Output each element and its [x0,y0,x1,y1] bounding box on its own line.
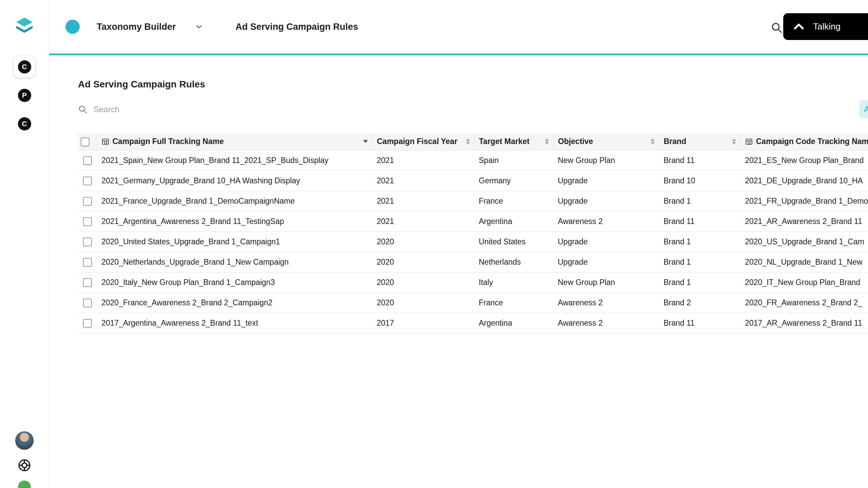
sort-icon[interactable] [545,139,549,144]
top-header: Taxonomy Builder Ad Serving Campaign Rul… [49,0,868,55]
row-checkbox[interactable] [83,197,92,206]
table-icon [102,138,109,145]
cell-campaign-code-tracking-name: 2017_AR_Awareness 2_Brand 11 [740,313,868,333]
sidebar: C P C [0,0,49,488]
c-circle-icon: C [18,60,31,74]
row-checkbox-cell [78,170,97,191]
column-label: Campaign Fiscal Year [377,137,457,146]
cell-campaign-code-tracking-name: 2020_NL_Upgrade_Brand 1_New [740,252,868,272]
content-title: Ad Serving Campaign Rules [78,79,868,90]
sort-icon[interactable] [466,139,470,144]
column-label: Brand [664,137,686,146]
cell-campaign-full-tracking-name: 2020_United States_Upgrade_Brand 1_Campa… [97,231,372,252]
sidebar-item-campaign-rules[interactable]: C [14,56,35,77]
cell-brand: Brand 2 [659,292,740,313]
cell-campaign-full-tracking-name: 2020_Netherlands_Upgrade_Brand 1_New Cam… [97,252,372,272]
row-checkbox-cell [78,150,97,170]
cell-campaign-fiscal-year: 2021 [372,150,474,170]
support-icon[interactable] [17,458,32,472]
cell-campaign-fiscal-year: 2017 [372,313,474,333]
app-logo[interactable] [15,16,34,37]
cell-objective: Awareness 2 [553,292,659,313]
workspace-dot-icon [65,20,80,34]
sidebar-item-c2[interactable]: C [14,113,35,134]
c-circle-icon: C [18,117,31,130]
cell-campaign-fiscal-year: 2021 [372,170,474,191]
search-input[interactable] [94,105,236,114]
cell-campaign-fiscal-year: 2020 [372,231,474,252]
table-search-row: Add [78,102,868,117]
cell-campaign-fiscal-year: 2020 [372,292,474,313]
cell-campaign-fiscal-year: 2020 [372,252,474,272]
cell-objective: Upgrade [553,252,659,272]
cell-campaign-code-tracking-name: 2020_FR_Awareness 2_Brand 2_ [740,292,868,313]
sidebar-item-p[interactable]: P [14,85,35,106]
cell-brand: Brand 1 [659,231,740,252]
cell-objective: Upgrade [553,191,659,211]
cell-campaign-full-tracking-name: 2017_Argentina_Awareness 2_Brand 11_text [97,313,372,333]
user-avatar[interactable] [15,431,34,450]
cell-campaign-code-tracking-name: 2021_FR_Upgrade_Brand 1_Demo [740,191,868,211]
column-header-campaign-fiscal-year[interactable]: Campaign Fiscal Year [372,133,474,150]
column-header-brand[interactable]: Brand [659,133,740,150]
cell-brand: Brand 1 [659,272,740,292]
sort-icon[interactable] [651,139,655,144]
table-body: 2021_Spain_New Group Plan_Brand 11_2021_… [78,150,868,333]
talking-button[interactable]: Talking [783,13,868,40]
row-checkbox[interactable] [83,319,92,328]
cell-campaign-full-tracking-name: 2020_France_Awareness 2_Brand 2_Campaign… [97,292,372,313]
column-label: Campaign Full Tracking Name [113,137,224,146]
cell-target-market: Italy [474,272,553,292]
row-checkbox-cell [78,272,97,292]
add-button[interactable]: Add [859,100,868,118]
row-checkbox-cell [78,211,97,231]
column-header-campaign-code-tracking-name[interactable]: Campaign Code Tracking Name [740,133,868,150]
cell-target-market: France [474,292,553,313]
row-checkbox[interactable] [83,217,92,226]
search-icon[interactable] [78,105,87,114]
search-icon[interactable] [771,22,783,35]
column-label: Objective [558,137,593,146]
cell-target-market: France [474,191,553,211]
table-row[interactable]: 2020_Italy_New Group Plan_Brand 1_Campai… [78,272,868,292]
cell-campaign-code-tracking-name: 2021_AR_Awareness 2_Brand 11 [740,211,868,231]
column-label: Target Market [479,137,530,146]
row-checkbox[interactable] [83,156,92,165]
row-checkbox[interactable] [83,299,92,307]
table-row[interactable]: 2020_United States_Upgrade_Brand 1_Campa… [78,231,868,252]
row-checkbox[interactable] [83,278,92,287]
cell-target-market: Argentina [474,313,553,333]
row-checkbox[interactable] [83,238,92,246]
table-row[interactable]: 2017_Argentina_Awareness 2_Brand 11_text… [78,313,868,333]
sort-icon[interactable] [732,139,736,144]
cell-target-market: United States [474,231,553,252]
select-all-checkbox[interactable] [81,138,90,146]
cell-brand: Brand 1 [659,191,740,211]
app-title: Taxonomy Builder [97,22,176,32]
table-row[interactable]: 2021_France_Upgrade_Brand 1_DemoCampaign… [78,191,868,211]
main-area: Taxonomy Builder Ad Serving Campaign Rul… [49,0,868,488]
content: Ad Serving Campaign Rules Add [49,55,868,333]
cell-target-market: Argentina [474,211,553,231]
table-row[interactable]: 2021_Germany_Upgrade_Brand 10_HA Washing… [78,170,868,191]
row-checkbox-cell [78,252,97,272]
sort-desc-icon[interactable] [363,140,368,143]
column-label: Campaign Code Tracking Name [756,137,868,146]
status-indicator[interactable] [18,481,31,488]
cell-campaign-code-tracking-name: 2021_ES_New Group Plan_Brand [740,150,868,170]
header-checkbox-cell [78,133,97,150]
row-checkbox[interactable] [83,177,92,185]
cell-campaign-full-tracking-name: 2020_Italy_New Group Plan_Brand 1_Campai… [97,272,372,292]
cell-objective: Upgrade [553,231,659,252]
row-checkbox[interactable] [83,258,92,267]
column-header-target-market[interactable]: Target Market [474,133,553,150]
column-header-objective[interactable]: Objective [553,133,659,150]
table-row[interactable]: 2020_France_Awareness 2_Brand 2_Campaign… [78,292,868,313]
chevron-down-icon[interactable] [195,22,203,31]
table-row[interactable]: 2021_Spain_New Group Plan_Brand 11_2021_… [78,150,868,170]
table-row[interactable]: 2020_Netherlands_Upgrade_Brand 1_New Cam… [78,252,868,272]
row-checkbox-cell [78,292,97,313]
column-header-campaign-full-tracking-name[interactable]: Campaign Full Tracking Name [97,133,372,150]
cell-target-market: Germany [474,170,553,191]
table-row[interactable]: 2021_Argentina_Awareness 2_Brand 11_Test… [78,211,868,231]
